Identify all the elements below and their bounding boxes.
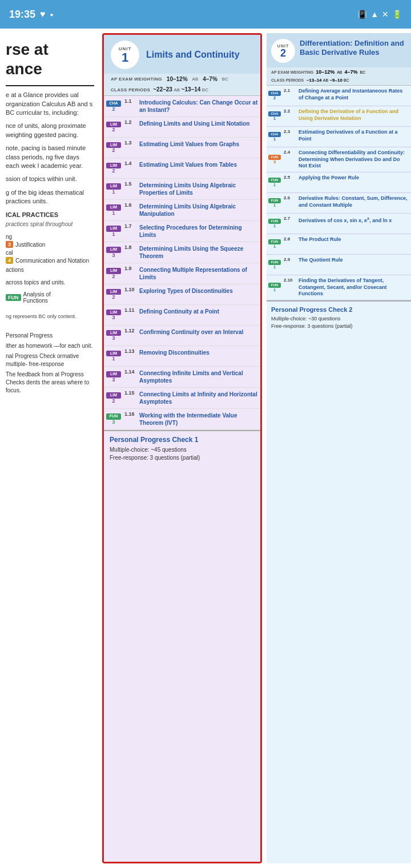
practices-note: practices spiral throughout	[6, 220, 94, 228]
unit-1-title: Limits and Continuity	[146, 49, 240, 60]
unit-2-periods-label: CLASS PERIODS	[271, 78, 304, 82]
unit-2-periods-bc: ~9–10	[329, 78, 342, 83]
unit-1-exam-row: AP EXAM WEIGHTING 10–12% AB 4–7% BC	[104, 74, 260, 85]
topic-title-1-10: Exploring Types of Discontinuities	[139, 284, 260, 304]
unit-1-periods-label: CLASS PERIODS	[111, 87, 150, 93]
unit-1-ab-label: AB	[192, 77, 199, 82]
status-right: 📳 ▲ ✕ 🔋	[357, 10, 402, 19]
topic-title-1-6: Determining Limits Using Algebraic Manip…	[139, 200, 260, 220]
topic-title-2-5: Applying the Power Rule	[299, 172, 411, 192]
topic-1-9[interactable]: LIM2 1.9 Connecting Multiple Representat…	[104, 263, 260, 284]
topic-title-2-2: Defining the Derivative of a Function an…	[299, 106, 411, 126]
topic-title-1-9: Connecting Multiple Representations of L…	[139, 263, 260, 284]
badge-row-1: 3 Justification	[6, 241, 94, 248]
topic-2-5[interactable]: FUN1 2.5 Applying the Power Rule	[267, 172, 411, 193]
topic-1-10[interactable]: LIM2 1.10 Exploring Types of Discontinui…	[104, 284, 260, 305]
sidebar-title: rse at ance	[6, 40, 94, 78]
unit-2-exam-row: AP EXAM WEIGHTING 10–12% AB 4–7% BC	[267, 67, 411, 77]
topic-title-1-14: Connecting Infinite Limits and Vertical …	[139, 367, 260, 387]
topic-1-8[interactable]: LIM3 1.8 Determining Limits Using the Sq…	[104, 242, 260, 263]
badge-label-1: Justification	[15, 242, 45, 248]
sidebar-line4: g of the big ideas thematical practices …	[6, 188, 94, 206]
status-bar: 19:35 ♥ ● 📳 ▲ ✕ 🔋	[0, 0, 411, 29]
sidebar-line2: note, pacing is based minute class perio…	[6, 144, 94, 170]
topic-1-14[interactable]: LIM3 1.14 Connecting Infinite Limits and…	[104, 367, 260, 388]
sidebar-desc: e at a Glance provides ual organization …	[6, 91, 94, 117]
unit-1-topics-list: CHA2 1.1 Introducing Calculus: Can Chang…	[104, 96, 260, 430]
status-left: 19:35 ♥ ●	[9, 9, 54, 21]
topic-2-6[interactable]: FUN1 2.6 Derivative Rules: Constant, Sum…	[267, 193, 411, 214]
topic-1-4[interactable]: LIM2 1.4 Estimating Limit Values from Ta…	[104, 158, 260, 179]
topic-2-8[interactable]: FUN1 2.8 The Product Rule	[267, 234, 411, 255]
topic-title-2-10: Finding the Derivatives of Tangent, Cota…	[299, 275, 411, 300]
topic-2-1[interactable]: CHA2 2.1 Defining Average and Instantane…	[267, 86, 411, 106]
topic-title-2-7: Derivatives of cos x, sin x, ex, and ln …	[299, 214, 411, 234]
unit-2-header: UNIT 2 Differentiation: Definition and B…	[267, 33, 411, 67]
topic-2-4[interactable]: FUN3 2.4 Connecting Differentiability an…	[267, 147, 411, 172]
badge-orange-3: 3	[6, 241, 13, 248]
unit-1-header: UNIT 1 Limits and Continuity	[104, 35, 260, 74]
topic-1-3[interactable]: LIM2 1.3 Estimating Limit Values from Gr…	[104, 138, 260, 158]
unit-2-circle: UNIT 2	[271, 39, 295, 63]
sidebar-line1: nce of units, along proximate weighting …	[6, 122, 94, 139]
topic-2-3[interactable]: CHA1 2.3 Estimating Derivatives of a Fun…	[267, 127, 411, 147]
topic-1-2[interactable]: LIM2 1.2 Defining Limits and Using Limit…	[104, 117, 260, 138]
unit-2-card: UNIT 2 Differentiation: Definition and B…	[267, 33, 411, 863]
topic-title-2-8: The Product Rule	[299, 234, 411, 254]
topic-1-13[interactable]: LIM1 1.13 Removing Discontinuities	[104, 346, 260, 367]
topic-1-16[interactable]: FUN3 1.16 Working with the Intermediate …	[104, 409, 260, 430]
topic-2-10[interactable]: FUN1 2.10 Finding the Derivatives of Tan…	[267, 275, 411, 300]
unit-1-periods-row: CLASS PERIODS ~22–23 AB ~13–14 BC	[104, 85, 260, 96]
unit-1-exam-bc: 4–7%	[203, 76, 217, 82]
fun-badge-row: FUN Analysis ofFunctions	[6, 291, 94, 304]
pcheck-1-mc: Multiple-choice: ~45 questions	[110, 446, 255, 454]
topic-title-1-7: Selecting Procedures for Determining Lim…	[139, 221, 260, 242]
unit-1-progress-check: Personal Progress Check 1 Multiple-choic…	[104, 430, 260, 467]
unit-1-number: 1	[122, 51, 128, 64]
topic-2-2[interactable]: CHA1 2.2 Defining the Derivative of a Fu…	[267, 106, 411, 127]
topic-1-1[interactable]: CHA2 1.1 Introducing Calculus: Can Chang…	[104, 96, 260, 117]
topic-2-9[interactable]: FUN1 2.9 The Quotient Rule	[267, 255, 411, 275]
wifi-icon: ▲	[370, 10, 378, 19]
unit-2-periods-row: CLASS PERIODS ~13–14 AB ~9–10 BC	[267, 77, 411, 86]
signal-icon: ✕	[382, 10, 389, 19]
heart-icon: ♥	[40, 9, 46, 19]
topic-1-5[interactable]: LIM1 1.5 Determining Limits Using Algebr…	[104, 179, 260, 200]
sidebar-actions: actions	[6, 266, 94, 274]
vibrate-icon: 📳	[357, 10, 367, 19]
unit-2-ab: AB	[337, 70, 342, 74]
sidebar-line3: ssion of topics within unit.	[6, 175, 94, 183]
topic-1-15[interactable]: LIM2 1.15 Connecting Limits at Infinity …	[104, 388, 260, 409]
unit-1-pbc-label: BC	[202, 87, 208, 93]
pcheck-2-title: Personal Progress Check 2	[271, 306, 406, 313]
progress-text-3: nal Progress Check ormative multiple- fr…	[6, 352, 94, 368]
topic-num-1-1: 1.1	[123, 96, 139, 116]
badge-label-2: Communication and Notation	[15, 258, 89, 264]
analysis-label: Analysis ofFunctions	[23, 291, 51, 304]
topic-title-1-12: Confirming Continuity over an Interval	[139, 326, 260, 345]
unit-2-title: Differentiation: Definition and Basic De…	[300, 39, 406, 57]
pcheck-1-fr: Free-response: 3 questions (partial)	[110, 454, 255, 462]
topic-title-1-13: Removing Discontinuities	[139, 346, 260, 366]
unit-1-periods-bc: ~13–14	[182, 86, 201, 93]
units-area: UNIT 1 Limits and Continuity AP EXAM WEI…	[100, 29, 411, 868]
topic-title-1-8: Determining Limits Using the Squeeze The…	[139, 242, 260, 263]
topic-title-1-11: Defining Continuity at a Point	[139, 305, 260, 325]
topic-2-7[interactable]: FUN1 2.7 Derivatives of cos x, sin x, ex…	[267, 214, 411, 234]
unit-2-bc: BC	[360, 70, 366, 74]
topic-title-2-1: Defining Average and Instantaneous Rates…	[299, 86, 411, 106]
topic-title-1-5: Determining Limits Using Algebraic Prope…	[139, 179, 260, 199]
topic-title-1-4: Estimating Limit Values from Tables	[139, 158, 260, 178]
topic-1-12[interactable]: LIM3 1.12 Confirming Continuity over an …	[104, 326, 260, 346]
unit-2-number: 2	[280, 48, 286, 58]
unit-2-exam-label: AP EXAM WEIGHTING	[271, 70, 313, 74]
topic-1-6[interactable]: LIM1 1.6 Determining Limits Using Algebr…	[104, 200, 260, 221]
unit-2-exam-bc: 4–7%	[345, 69, 358, 75]
progress-text-4: The feedback from al Progress Checks den…	[6, 371, 94, 395]
unit-1-pab-label: AB	[174, 87, 180, 93]
unit-1-card: UNIT 1 Limits and Continuity AP EXAM WEI…	[102, 33, 262, 863]
topic-1-11[interactable]: LIM3 1.11 Defining Continuity at a Point	[104, 305, 260, 326]
topic-1-7[interactable]: LIM1 1.7 Selecting Procedures for Determ…	[104, 221, 260, 242]
fun-badge: FUN	[6, 294, 21, 301]
topic-title-1-16: Working with the Intermediate Value Theo…	[139, 409, 260, 429]
